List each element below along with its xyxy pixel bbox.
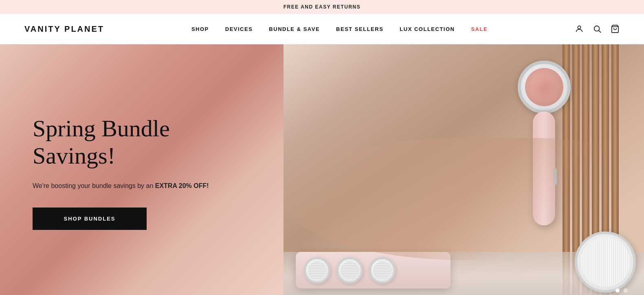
svg-point-1 — [594, 26, 600, 31]
brush-head — [518, 61, 571, 114]
hero-section: Spring Bundle Savings! We're boosting yo… — [0, 44, 644, 295]
nav-item-bundle-save[interactable]: BUNDLE & SAVE — [269, 26, 320, 32]
nav-item-best-sellers[interactable]: BEST SELLERS — [336, 26, 383, 32]
brush-attachment-3 — [369, 257, 396, 284]
account-icon[interactable] — [575, 24, 584, 33]
promo-text: FREE AND EASY RETURNS — [284, 4, 361, 10]
search-icon[interactable] — [593, 24, 602, 33]
hand-overlay — [284, 138, 644, 260]
hero-subtext-bold: EXTRA 20% OFF! — [155, 182, 209, 189]
header-icons — [575, 24, 620, 33]
hero-left-panel: Spring Bundle Savings! We're boosting yo… — [0, 44, 284, 295]
svg-line-2 — [599, 31, 601, 33]
hero-right-panel — [284, 44, 644, 295]
hero-heading: Spring Bundle Savings! — [33, 115, 251, 169]
nav-item-lux-collection[interactable]: LUX COLLECTION — [400, 26, 455, 32]
hero-subtext: We're boosting your bundle savings by an… — [33, 181, 251, 191]
bristles — [373, 261, 391, 280]
nav-item-shop[interactable]: SHOP — [191, 26, 209, 32]
brush-attachment-1 — [304, 257, 330, 284]
shop-bundles-button[interactable]: SHOP BUNDLES — [33, 208, 147, 230]
nav-item-sale[interactable]: SALE — [471, 26, 488, 32]
main-header: VANITY PLANET SHOP DEVICES BUNDLE & SAVE… — [0, 14, 644, 44]
brush-attachment-2 — [336, 257, 363, 284]
promo-banner: FREE AND EASY RETURNS — [0, 0, 644, 14]
bristles — [308, 261, 326, 280]
nav-item-devices[interactable]: DEVICES — [225, 26, 253, 32]
slide-indicators — [615, 288, 628, 293]
main-nav: SHOP DEVICES BUNDLE & SAVE BEST SELLERS … — [191, 26, 488, 32]
brush-head-texture — [529, 72, 559, 102]
site-logo[interactable]: VANITY PLANET — [24, 24, 104, 34]
hero-subtext-prefix: We're boosting your bundle savings by an — [33, 182, 155, 189]
slide-dot-2[interactable] — [624, 288, 628, 293]
svg-point-0 — [578, 26, 580, 29]
bristles — [341, 261, 359, 280]
cart-icon[interactable] — [611, 24, 620, 33]
slide-dot-1[interactable] — [615, 288, 620, 293]
